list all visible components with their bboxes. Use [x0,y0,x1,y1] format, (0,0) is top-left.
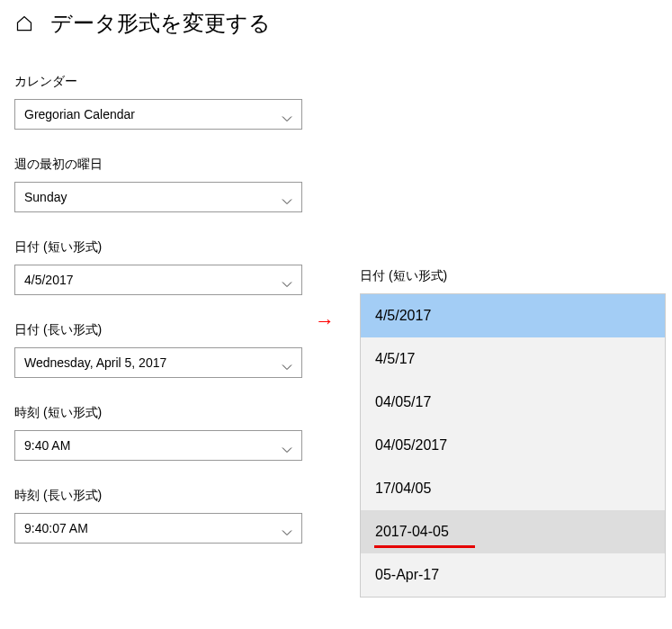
short-date-dropdown-panel: 日付 (短い形式) 4/5/2017 4/5/17 04/05/17 04/05… [360,268,666,598]
short-date-label: 日付 (短い形式) [14,239,658,256]
dropdown-option-label: 04/05/17 [375,394,431,410]
dropdown-option-5[interactable]: 2017-04-05 [361,510,665,553]
long-date-value: Wednesday, April 5, 2017 [24,355,166,370]
dropdown-option-label: 2017-04-05 [375,524,449,540]
dropdown-option-1[interactable]: 4/5/17 [361,337,665,381]
chevron-down-icon [282,193,292,201]
first-day-field: 週の最初の曜日 Sunday [14,157,658,212]
long-time-select[interactable]: 9:40:07 AM [14,513,302,544]
dropdown-option-2[interactable]: 04/05/17 [361,381,665,424]
short-time-value: 9:40 AM [24,438,70,453]
dropdown-option-label: 4/5/17 [375,351,415,367]
short-time-select[interactable]: 9:40 AM [14,430,302,461]
dropdown-option-4[interactable]: 17/04/05 [361,467,665,510]
chevron-down-icon [282,111,292,118]
dropdown-option-3[interactable]: 04/05/2017 [361,424,665,467]
dropdown-option-label: 04/05/2017 [375,437,447,454]
dropdown-option-6[interactable]: 05-Apr-17 [361,553,665,597]
dropdown-option-0[interactable]: 4/5/2017 [361,294,665,337]
page-title: データ形式を変更する [50,9,271,38]
dropdown-option-label: 4/5/2017 [375,308,431,324]
calendar-field: カレンダー Gregorian Calendar [14,74,658,130]
home-icon[interactable] [14,13,34,33]
chevron-down-icon [282,442,292,449]
chevron-down-icon [282,276,292,283]
chevron-down-icon [282,525,292,532]
calendar-select[interactable]: Gregorian Calendar [14,99,302,130]
short-date-select[interactable]: 4/5/2017 [14,265,302,295]
dropdown-option-label: 05-Apr-17 [375,567,439,583]
page-header: データ形式を変更する [14,9,658,38]
first-day-value: Sunday [24,190,67,204]
first-day-label: 週の最初の曜日 [14,157,658,173]
highlight-underline [374,545,475,548]
calendar-label: カレンダー [14,74,658,90]
short-date-value: 4/5/2017 [24,273,74,287]
dropdown-list: 4/5/2017 4/5/17 04/05/17 04/05/2017 17/0… [360,293,666,598]
long-date-select[interactable]: Wednesday, April 5, 2017 [14,347,302,378]
first-day-select[interactable]: Sunday [14,182,302,212]
chevron-down-icon [282,359,292,366]
dropdown-option-label: 17/04/05 [375,481,431,497]
dropdown-label: 日付 (短い形式) [360,268,666,284]
calendar-value: Gregorian Calendar [24,107,135,121]
long-time-value: 9:40:07 AM [24,521,88,535]
arrow-right-icon: → [315,310,335,333]
